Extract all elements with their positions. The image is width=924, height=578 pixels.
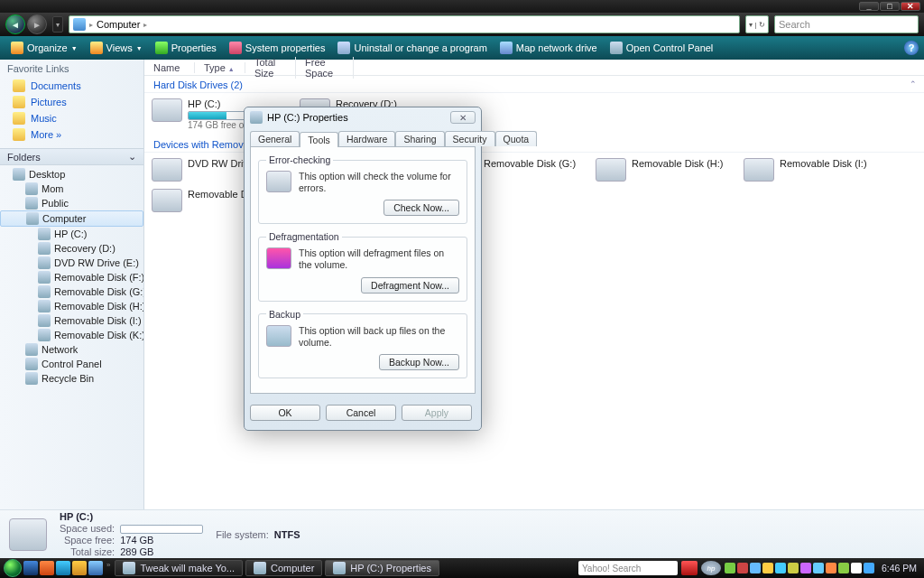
removable-disk-icon <box>744 158 774 182</box>
tree-item[interactable]: Public <box>0 196 143 210</box>
nav-history-dropdown[interactable]: ▾ <box>52 16 63 33</box>
start-button[interactable] <box>4 559 22 577</box>
tree-item-label: Removable Disk (H:) <box>54 301 143 312</box>
group-hdd[interactable]: Hard Disk Drives (2)⌃ <box>144 76 924 93</box>
tab-quota[interactable]: Quota <box>495 131 538 146</box>
favorite-link[interactable]: Music <box>0 110 143 126</box>
views-button[interactable]: Views▼ <box>85 40 148 56</box>
organize-button[interactable]: Organize▼ <box>5 40 83 56</box>
tab-tools[interactable]: Tools <box>300 132 338 147</box>
close-button[interactable]: ✕ <box>901 2 920 11</box>
tab-general[interactable]: General <box>250 131 300 146</box>
column-type[interactable]: Type▲ <box>195 62 245 73</box>
dialog-titlebar[interactable]: HP (C:) Properties ✕ <box>245 107 481 127</box>
tray-icon[interactable] <box>762 563 773 573</box>
tree-item[interactable]: Network <box>0 342 143 357</box>
taskbar: » Tweak will make Yo...ComputerHP (C:) P… <box>0 558 924 578</box>
help-button[interactable]: ? <box>904 41 919 55</box>
tree-item-label: Removable Disk (G:) <box>54 286 143 297</box>
drive-removable-i[interactable]: Removable Disk (I:) <box>742 156 882 183</box>
chevron-down-icon: ⌄ <box>128 151 136 163</box>
tray-icon[interactable] <box>851 563 862 573</box>
yahoo-search-input[interactable]: Yahoo! Search <box>578 561 678 575</box>
quick-launch-item[interactable] <box>23 561 38 575</box>
dialog-close-button[interactable]: ✕ <box>450 111 476 124</box>
column-name[interactable]: Name <box>144 62 195 73</box>
apply-button[interactable]: Apply <box>402 405 472 421</box>
map-drive-button[interactable]: Map network drive <box>494 40 603 56</box>
tree-item[interactable]: Control Panel <box>0 357 143 371</box>
breadcrumb-item[interactable]: Computer <box>97 19 140 30</box>
favorite-link[interactable]: Documents <box>0 78 143 94</box>
tab-security[interactable]: Security <box>445 131 495 146</box>
cancel-button[interactable]: Cancel <box>326 405 396 421</box>
drive-icon <box>9 518 47 551</box>
folders-header[interactable]: Folders⌄ <box>0 148 143 165</box>
ok-button[interactable]: OK <box>250 405 320 421</box>
column-free-space[interactable]: Free Space <box>296 57 354 79</box>
uninstall-button[interactable]: Uninstall or change a program <box>332 40 492 56</box>
hp-logo-icon[interactable]: hp <box>701 561 721 575</box>
control-panel-button[interactable]: Open Control Panel <box>605 40 719 56</box>
quick-launch-item[interactable] <box>40 561 54 575</box>
taskbar-item[interactable]: HP (C:) Properties <box>325 560 439 576</box>
quick-launch-item[interactable] <box>56 561 70 575</box>
taskbar-item[interactable]: Tweak will make Yo... <box>115 560 243 576</box>
tray-icon[interactable] <box>750 563 761 573</box>
quick-launch-overflow[interactable]: » <box>106 561 110 575</box>
favorite-link[interactable]: Pictures <box>0 94 143 110</box>
tree-item[interactable]: Mom <box>0 182 143 196</box>
back-button[interactable]: ◄ <box>5 14 25 34</box>
tray-icon[interactable] <box>788 563 799 573</box>
breadcrumb[interactable]: ▸ Computer ▸ <box>69 15 740 33</box>
chevron-right-icon: ▸ <box>89 21 93 29</box>
tree-item[interactable]: Computer <box>0 210 143 227</box>
tray-icon[interactable] <box>826 563 836 573</box>
backup-now-button[interactable]: Backup Now... <box>379 354 459 370</box>
tree-item[interactable]: Recycle Bin <box>0 371 143 386</box>
minimize-button[interactable]: _ <box>859 2 879 11</box>
drive-removable-h[interactable]: Removable Disk (H:) <box>594 156 735 183</box>
total-size-value: 289 GB <box>120 546 203 557</box>
defragment-now-button[interactable]: Defragment Now... <box>361 277 459 294</box>
tab-sharing[interactable]: Sharing <box>395 131 444 146</box>
quick-launch-item[interactable] <box>72 561 87 575</box>
forward-button[interactable]: ► <box>27 14 47 34</box>
taskbar-item[interactable]: Computer <box>245 560 322 576</box>
selected-drive-name: HP (C:) <box>60 511 115 522</box>
favorite-link[interactable]: More » <box>0 126 143 143</box>
refresh-dropdown[interactable]: ▾ | ↻ <box>745 15 769 33</box>
tree-item[interactable]: DVD RW Drive (E:) <box>0 256 143 270</box>
tray-icon[interactable] <box>725 563 735 573</box>
backup-icon <box>266 325 291 347</box>
tree-item[interactable]: HP (C:) <box>0 227 143 241</box>
maximize-button[interactable]: □ <box>880 2 900 11</box>
tab-hardware[interactable]: Hardware <box>338 131 396 146</box>
tree-item[interactable]: Removable Disk (K:) <box>0 328 143 342</box>
dialog-tabs: GeneralToolsHardwareSharingSecurityQuota <box>245 131 481 146</box>
yahoo-search-button[interactable] <box>681 561 698 575</box>
defrag-icon <box>266 247 291 269</box>
check-now-button[interactable]: Check Now... <box>383 200 459 216</box>
properties-button[interactable]: Properties <box>150 40 222 56</box>
quick-launch-item[interactable] <box>88 561 103 575</box>
tray-icon[interactable] <box>737 563 748 573</box>
tree-item[interactable]: Removable Disk (I:) <box>0 313 143 328</box>
tree-item[interactable]: Recovery (D:) <box>0 241 143 256</box>
clock[interactable]: 6:46 PM <box>878 563 920 573</box>
tree-item[interactable]: Desktop <box>0 167 143 182</box>
app-icon <box>123 562 135 574</box>
tree-item[interactable]: Removable Disk (H:) <box>0 299 143 313</box>
total-size-key: Total size: <box>60 546 115 557</box>
tree-item[interactable]: Removable Disk (G:) <box>0 284 143 299</box>
search-input[interactable]: Search <box>774 15 919 33</box>
column-total-size[interactable]: Total Size <box>245 57 296 79</box>
collapse-icon[interactable]: ⌃ <box>910 79 917 89</box>
system-properties-button[interactable]: System properties <box>224 40 331 56</box>
tray-icon[interactable] <box>775 563 786 573</box>
tray-icon[interactable] <box>864 563 874 573</box>
tray-icon[interactable] <box>813 563 824 573</box>
tree-item[interactable]: Removable Disk (F:) <box>0 270 143 284</box>
tray-icon[interactable] <box>800 563 811 573</box>
tray-icon[interactable] <box>838 563 849 573</box>
